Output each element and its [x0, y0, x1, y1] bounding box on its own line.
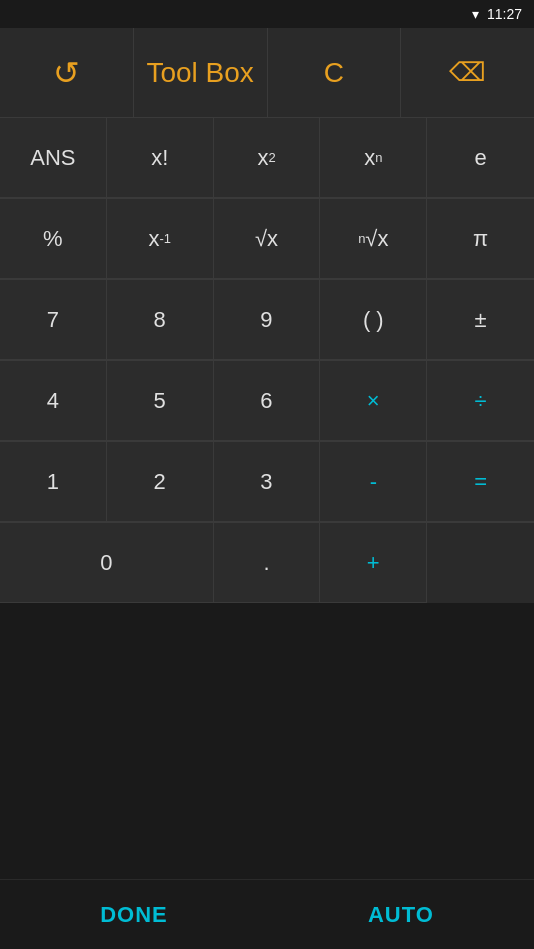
empty-area: [0, 603, 534, 879]
divide-button[interactable]: ÷: [427, 361, 534, 441]
done-button[interactable]: DONE: [100, 902, 168, 928]
four-button[interactable]: 4: [0, 361, 107, 441]
number-row-1: 7 8 9 ( ) ±: [0, 280, 534, 361]
three-button[interactable]: 3: [214, 442, 321, 522]
inverse-button[interactable]: x-1: [107, 199, 214, 279]
toolbox-title: Tool Box: [134, 28, 268, 117]
pi-button[interactable]: π: [427, 199, 534, 279]
title-text: Tool Box: [146, 57, 253, 89]
clear-label: C: [324, 57, 344, 89]
percent-button[interactable]: %: [0, 199, 107, 279]
clear-button[interactable]: C: [268, 28, 402, 117]
nine-button[interactable]: 9: [214, 280, 321, 360]
number-row-4: 0 . +: [0, 523, 534, 603]
time: 11:27: [487, 6, 522, 22]
zero-button[interactable]: 0: [0, 523, 214, 603]
eight-button[interactable]: 8: [107, 280, 214, 360]
auto-button[interactable]: AUTO: [368, 902, 434, 928]
plusminus-button[interactable]: ±: [427, 280, 534, 360]
parentheses-button[interactable]: ( ): [320, 280, 427, 360]
header: ↺ Tool Box C ⌫: [0, 28, 534, 118]
status-bar: ▾ 11:27: [0, 0, 534, 28]
wifi-icon: ▾: [472, 6, 479, 22]
backspace-icon: ⌫: [449, 57, 486, 88]
seven-button[interactable]: 7: [0, 280, 107, 360]
number-row-3: 1 2 3 - =: [0, 442, 534, 523]
ans-button[interactable]: ANS: [0, 118, 107, 198]
function-row-1: ANS x! x2 xn e: [0, 118, 534, 199]
equals-button[interactable]: =: [427, 442, 534, 522]
sqrt-button[interactable]: √x: [214, 199, 321, 279]
history-button[interactable]: ↺: [0, 28, 134, 117]
euler-button[interactable]: e: [427, 118, 534, 198]
minus-button[interactable]: -: [320, 442, 427, 522]
footer: DONE AUTO: [0, 879, 534, 949]
square-button[interactable]: x2: [214, 118, 321, 198]
multiply-button[interactable]: ×: [320, 361, 427, 441]
history-icon: ↺: [53, 54, 80, 92]
two-button[interactable]: 2: [107, 442, 214, 522]
five-button[interactable]: 5: [107, 361, 214, 441]
one-button[interactable]: 1: [0, 442, 107, 522]
plus-button[interactable]: +: [320, 523, 427, 603]
number-row-2: 4 5 6 × ÷: [0, 361, 534, 442]
backspace-button[interactable]: ⌫: [401, 28, 534, 117]
factorial-button[interactable]: x!: [107, 118, 214, 198]
power-button[interactable]: xn: [320, 118, 427, 198]
nth-root-button[interactable]: n√x: [320, 199, 427, 279]
decimal-button[interactable]: .: [214, 523, 321, 603]
six-button[interactable]: 6: [214, 361, 321, 441]
function-row-2: % x-1 √x n√x π: [0, 199, 534, 280]
